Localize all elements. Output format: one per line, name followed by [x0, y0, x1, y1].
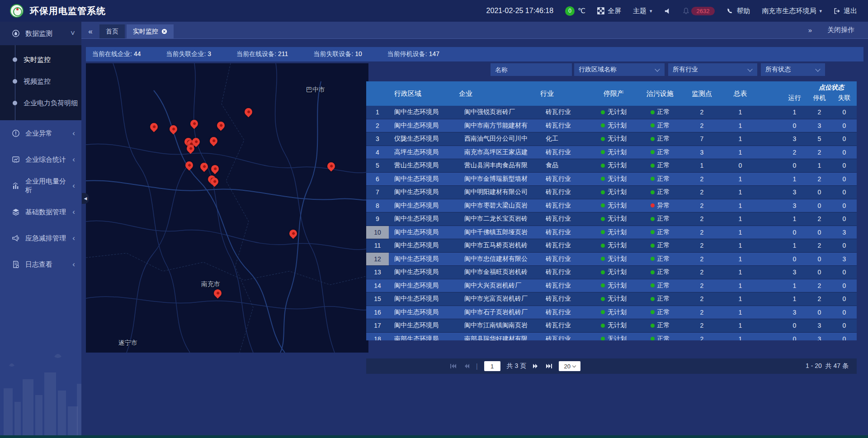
sidebar-group-2[interactable]: 企业综合统计‹ — [0, 146, 81, 173]
tab-0[interactable]: 首页 — [99, 24, 125, 38]
logout-button[interactable]: 退出 — [834, 7, 857, 15]
cell-industry: 砖瓦行业 — [540, 292, 590, 306]
status-dot-green — [601, 310, 605, 314]
first-page-button[interactable] — [450, 363, 457, 369]
sidebar-group-0[interactable]: 数据监测˅ — [0, 22, 81, 45]
status-dot-green — [651, 324, 655, 328]
table-row[interactable]: 12阆中生态环境局阆中市忠信建材有限公砖瓦行业无计划正常21003 — [366, 253, 857, 266]
industry-filter-select[interactable]: 所有行业 — [668, 63, 757, 76]
city-label: 南充市 — [201, 280, 220, 288]
cell-industry: 砖瓦行业 — [540, 119, 590, 132]
limit-status: 无计划 — [590, 119, 637, 132]
cell-monitor: 2 — [683, 186, 721, 199]
status-dot-green — [601, 190, 605, 194]
cell-meter: 1 — [721, 333, 760, 341]
cell-region: 阆中生态环境局 — [389, 199, 459, 212]
sidebar-item-2[interactable]: 企业电力负荷明细 — [0, 92, 81, 114]
cell-region: 阆中生态环境局 — [389, 279, 459, 292]
col-run: 运行 — [782, 81, 807, 106]
status-dot-green — [601, 230, 605, 234]
logout-icon — [834, 8, 840, 14]
page-number-input[interactable] — [484, 361, 500, 371]
sidebar-group-3[interactable]: 企业用电量分析‹ — [0, 173, 81, 199]
status-dot-green — [601, 324, 605, 328]
status-dot-green — [601, 123, 605, 127]
cell-monitor: 2 — [683, 253, 721, 266]
sidebar-group-6[interactable]: 日志查看‹ — [0, 251, 81, 278]
table-row[interactable]: 17阆中生态环境局阆中市江南镇阆南页岩砖瓦行业无计划正常21030 — [366, 319, 857, 333]
table-row[interactable]: 10阆中生态环境局阆中千佛镇五郎垭页岩砖瓦行业无计划正常21003 — [366, 226, 857, 240]
status-dot-green — [601, 110, 605, 114]
table-row[interactable]: 3仪陇生态环境局西南油气田分公司川中化工无计划正常71350 — [366, 132, 857, 146]
alert-icon — [12, 129, 20, 137]
cell-stop: 5 — [807, 132, 832, 146]
prev-page-button[interactable] — [463, 363, 470, 369]
cell-num: 10 — [366, 226, 389, 239]
tab-1[interactable]: 实时监控 — [127, 24, 174, 38]
help-button[interactable]: 帮助 — [726, 7, 750, 15]
status-dot-green — [601, 283, 605, 287]
cell-stop: 2 — [807, 106, 832, 119]
facility-status: 正常 — [637, 333, 683, 341]
last-page-button[interactable] — [545, 363, 552, 369]
table-row[interactable]: 7阆中生态环境局阆中明阳建材有限公司砖瓦行业无计划正常21300 — [366, 186, 857, 199]
facility-status: 正常 — [637, 292, 683, 306]
cell-num: 5 — [366, 159, 389, 172]
table-row[interactable]: 2阆中生态环境局阆中市南方节能建材有砖瓦行业无计划正常21030 — [366, 119, 857, 133]
table-row[interactable]: 1阆中生态环境局阆中强锐页岩砖厂砖瓦行业无计划正常21120 — [366, 106, 857, 119]
cell-industry: 砖瓦行业 — [540, 333, 590, 341]
tabs-scroll-right-button[interactable]: » — [808, 26, 812, 34]
speaker-icon — [664, 8, 671, 14]
table-row[interactable]: 5营山生态环境局营山县润丰肉食品有限食品无计划正常10010 — [366, 159, 857, 173]
cell-num: 15 — [366, 292, 389, 306]
table-row[interactable]: 8阆中生态环境局阆中市枣碧大梁山页岩砖瓦行业无计划异常21300 — [366, 199, 857, 213]
sidebar-group-4[interactable]: 基础数据管理‹ — [0, 199, 81, 225]
table-row[interactable]: 6阆中生态环境局阆中市金博瑞新型墙材砖瓦行业无计划正常21120 — [366, 173, 857, 186]
page-size-select[interactable]: 20 — [559, 361, 580, 371]
sidebar-item-0[interactable]: 实时监控 — [0, 49, 81, 71]
cell-company: 南部县瑞华好建材有限 — [459, 333, 540, 341]
notifications-button[interactable]: 2632 — [683, 7, 715, 15]
cell-monitor: 2 — [683, 173, 721, 186]
cell-stop: 0 — [807, 253, 832, 266]
table-row[interactable]: 13阆中生态环境局阆中市金福旺页岩机砖砖瓦行业无计划正常21300 — [366, 266, 857, 279]
status-dot-green — [651, 257, 655, 261]
map-collapse-handle[interactable]: ◀ — [82, 193, 89, 204]
point-status-group-label: 点位状态 — [819, 84, 844, 92]
table-row[interactable]: 11阆中生态环境局阆中市五马桥页岩机砖砖瓦行业无计划正常21120 — [366, 239, 857, 253]
name-filter-input[interactable] — [495, 66, 567, 73]
status-dot-green — [651, 164, 655, 168]
theme-dropdown[interactable]: 主题▾ — [633, 7, 652, 15]
status-filter-select[interactable]: 所有状态 — [761, 63, 825, 76]
cell-industry: 砖瓦行业 — [540, 239, 590, 252]
cell-industry: 化工 — [540, 132, 590, 146]
cell-monitor: 1 — [683, 159, 721, 172]
name-filter[interactable] — [491, 63, 572, 76]
cell-meter: 1 — [721, 173, 760, 186]
user-org-dropdown[interactable]: 南充市生态环境局▾ — [762, 7, 822, 15]
table-row[interactable]: 16阆中生态环境局阆中市石子页岩机砖厂砖瓦行业无计划正常21300 — [366, 306, 857, 320]
sidebar: 数据监测˅实时监控视频监控企业电力负荷明细企业异常‹企业综合统计‹企业用电量分析… — [0, 22, 81, 438]
cell-run: 0 — [782, 226, 807, 239]
close-operations-button[interactable]: 关闭操作 — [827, 26, 854, 34]
next-page-button[interactable] — [533, 363, 539, 369]
cell-run: 0 — [782, 159, 807, 172]
close-icon[interactable] — [161, 28, 167, 34]
region-filter-select[interactable]: 行政区域名称 — [574, 63, 665, 76]
sound-button[interactable] — [664, 8, 671, 14]
map-panel[interactable]: 巴中市南充市遂宁市 — [86, 63, 368, 353]
sidebar-item-1[interactable]: 视频监控 — [0, 71, 81, 92]
table-row[interactable]: 15阆中生态环境局阆中市光富页岩机砖厂砖瓦行业无计划正常21120 — [366, 292, 857, 306]
tabs-scroll-left-button[interactable]: « — [81, 25, 99, 38]
cell-stop: 2 — [807, 279, 832, 292]
cell-num: 17 — [366, 319, 389, 332]
table-row[interactable]: 14阆中生态环境局阆中大兴页岩机砖厂砖瓦行业无计划正常21120 — [366, 279, 857, 293]
table-row[interactable]: 4高坪生态环境局南充市高坪区王家店建砖瓦行业无计划正常31220 — [366, 146, 857, 160]
limit-status: 无计划 — [590, 159, 637, 172]
table-row[interactable]: 9阆中生态环境局阆中市二龙长宝页岩砖砖瓦行业无计划正常21120 — [366, 212, 857, 226]
fullscreen-button[interactable]: 全屏 — [597, 7, 621, 15]
sidebar-group-5[interactable]: 应急减排管理‹ — [0, 225, 81, 251]
table-row[interactable]: 18南部生态环境局南部县瑞华好建材有限砖瓦行业无计划正常21030 — [366, 333, 857, 341]
sidebar-group-1[interactable]: 企业异常‹ — [0, 120, 81, 146]
temperature: 0 ℃ — [565, 6, 585, 16]
